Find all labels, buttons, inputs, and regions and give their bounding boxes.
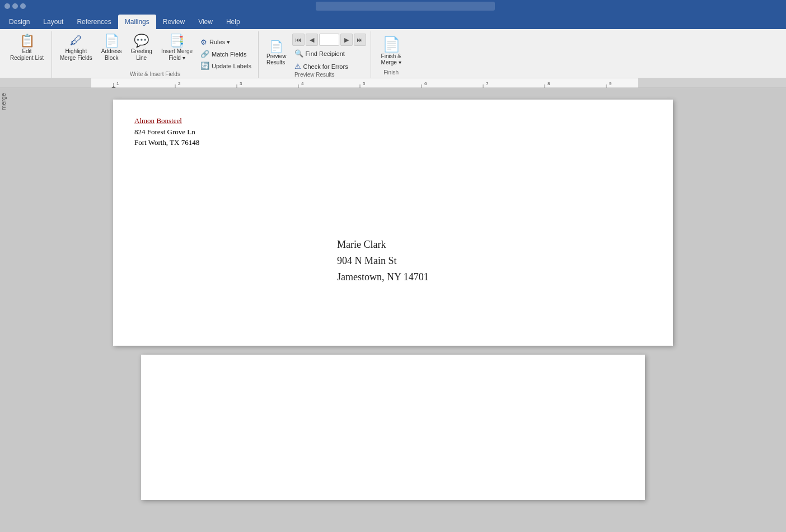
- ribbon-group-preview: 📄 PreviewResults ⏮ ◀ ▶ ⏭ 🔍 Find Recipien…: [259, 31, 371, 78]
- tab-layout[interactable]: Layout: [36, 15, 70, 29]
- content-area: merge Almon Bonsteel 824 Forest Grove Ln…: [0, 88, 786, 532]
- pages-container[interactable]: Almon Bonsteel 824 Forest Grove Ln Fort …: [6, 88, 786, 532]
- address-block-icon: 📄: [104, 35, 119, 47]
- match-fields-icon: 🔗: [200, 50, 209, 58]
- ribbon-tabs: Design Layout References Mailings Review…: [0, 12, 786, 29]
- greeting-line-label: GreetingLine: [131, 48, 152, 62]
- svg-text:1: 1: [116, 81, 119, 86]
- return-last-name: Bonsteel: [156, 116, 182, 125]
- finish-merge-icon: 📄: [382, 36, 400, 53]
- edit-recipient-list-button[interactable]: 📋 EditRecipient List: [7, 34, 47, 63]
- preview-results-button[interactable]: 📄 PreviewResults: [263, 39, 290, 67]
- highlight-merge-fields-button[interactable]: 🖊 HighlightMerge Fields: [57, 34, 96, 63]
- match-fields-label: Match Fields: [212, 51, 246, 58]
- nav-last-button[interactable]: ⏭: [354, 34, 366, 46]
- svg-text:9: 9: [609, 81, 612, 86]
- check-errors-icon: ⚠: [294, 62, 301, 70]
- rules-col: ⚙ Rules ▾ 🔗 Match Fields 🔄 Update Labels: [198, 34, 254, 71]
- sidebar-merge-label: merge: [0, 88, 7, 115]
- update-labels-button[interactable]: 🔄 Update Labels: [198, 60, 254, 71]
- ribbon-group-main: 📋 EditRecipient List: [2, 31, 52, 78]
- rules-icon: ⚙: [200, 38, 207, 46]
- recipient-street: 904 N Main St: [337, 253, 429, 269]
- address-block-label: AddressBlock: [101, 48, 122, 62]
- insert-merge-field-button[interactable]: 📑 Insert MergeField ▾: [158, 34, 196, 63]
- svg-rect-1: [0, 78, 91, 88]
- window-controls: [4, 3, 26, 9]
- address-block-button[interactable]: 📄 AddressBlock: [98, 34, 125, 63]
- check-errors-label: Check for Errors: [303, 63, 348, 70]
- titlebar: [0, 0, 786, 12]
- ruler: 1 2 3 4 5 6 7 8 9: [0, 78, 786, 88]
- nav-next-button[interactable]: ▶: [340, 34, 353, 46]
- recipient-city-state-zip: Jamestown, NY 14701: [337, 269, 429, 285]
- find-recipient-button[interactable]: 🔍 Find Recipient: [292, 48, 366, 59]
- nav-first-button[interactable]: ⏮: [292, 34, 305, 46]
- insert-merge-label: Insert MergeField ▾: [161, 48, 193, 62]
- sidebar-strip: merge: [0, 88, 6, 532]
- find-recipient-label: Find Recipient: [306, 50, 345, 57]
- highlight-icon: 🖊: [70, 35, 82, 47]
- write-insert-items: 🖊 HighlightMerge Fields 📄 AddressBlock 💬…: [57, 32, 254, 71]
- svg-text:7: 7: [486, 81, 489, 86]
- rules-label: Rules ▾: [209, 39, 230, 46]
- find-recipient-icon: 🔍: [294, 49, 303, 58]
- svg-text:5: 5: [363, 81, 366, 86]
- tab-help[interactable]: Help: [219, 15, 247, 29]
- nav-page-input[interactable]: [319, 34, 339, 46]
- highlight-label: HighlightMerge Fields: [60, 48, 92, 62]
- finish-merge-label: Finish &Merge ▾: [381, 53, 401, 65]
- svg-text:4: 4: [301, 81, 304, 86]
- return-city-state-zip: Fort Worth, TX 76148: [134, 137, 199, 148]
- finish-merge-button[interactable]: 📄 Finish &Merge ▾: [376, 34, 407, 68]
- title-search-bar[interactable]: [316, 2, 495, 11]
- tab-references[interactable]: References: [70, 15, 118, 29]
- svg-text:2: 2: [178, 81, 181, 86]
- ribbon-main-items: 📋 EditRecipient List: [7, 32, 47, 76]
- finish-items: 📄 Finish &Merge ▾: [376, 32, 407, 69]
- tab-view[interactable]: View: [191, 15, 219, 29]
- insert-merge-icon: 📑: [169, 35, 184, 47]
- recipient-address: Marie Clark 904 N Main St Jamestown, NY …: [337, 237, 429, 285]
- update-labels-icon: 🔄: [200, 62, 209, 70]
- greeting-line-button[interactable]: 💬 GreetingLine: [128, 34, 156, 63]
- update-labels-label: Update Labels: [212, 63, 251, 69]
- tab-mailings[interactable]: Mailings: [118, 15, 156, 29]
- greeting-line-icon: 💬: [134, 35, 149, 47]
- return-street: 824 Forest Grove Ln: [134, 126, 199, 138]
- match-fields-button[interactable]: 🔗 Match Fields: [198, 49, 254, 59]
- return-first-name: Almon: [134, 116, 155, 125]
- envelope-page-2[interactable]: [141, 355, 645, 500]
- ribbon-panel: 📋 EditRecipient List 🖊 HighlightMerge Fi…: [0, 29, 786, 78]
- preview-icon: 📄: [269, 40, 283, 53]
- nav-prev-button[interactable]: ◀: [306, 34, 318, 46]
- window-dot-3: [20, 3, 26, 9]
- rules-button[interactable]: ⚙ Rules ▾: [198, 37, 254, 48]
- return-name: Almon Bonsteel: [134, 115, 199, 126]
- edit-recipient-icon: 📋: [20, 35, 35, 47]
- return-address: Almon Bonsteel 824 Forest Grove Ln Fort …: [134, 115, 199, 148]
- window-dot-1: [4, 3, 10, 9]
- svg-rect-2: [638, 78, 786, 88]
- nav-controls: ⏮ ◀ ▶ ⏭: [292, 34, 366, 46]
- ribbon-group-finish: 📄 Finish &Merge ▾ Finish: [371, 31, 411, 78]
- recipient-name: Marie Clark: [337, 237, 429, 253]
- tab-review[interactable]: Review: [156, 15, 191, 29]
- svg-text:3: 3: [240, 81, 242, 86]
- preview-label: PreviewResults: [266, 53, 287, 65]
- check-errors-button[interactable]: ⚠ Check for Errors: [292, 61, 366, 72]
- ribbon-group-write-insert: 🖊 HighlightMerge Fields 📄 AddressBlock 💬…: [52, 31, 259, 78]
- ruler-svg: 1 2 3 4 5 6 7 8 9: [0, 78, 786, 88]
- envelope-page-1[interactable]: Almon Bonsteel 824 Forest Grove Ln Fort …: [113, 100, 673, 346]
- svg-text:6: 6: [424, 81, 427, 86]
- write-insert-label: Write & Insert Fields: [130, 71, 180, 78]
- preview-items: 📄 PreviewResults ⏮ ◀ ▶ ⏭ 🔍 Find Recipien…: [263, 32, 366, 72]
- finish-label: Finish: [383, 69, 399, 77]
- tab-design[interactable]: Design: [2, 15, 36, 29]
- window-dot-2: [12, 3, 18, 9]
- svg-text:8: 8: [548, 81, 550, 86]
- edit-recipient-label: EditRecipient List: [10, 48, 44, 62]
